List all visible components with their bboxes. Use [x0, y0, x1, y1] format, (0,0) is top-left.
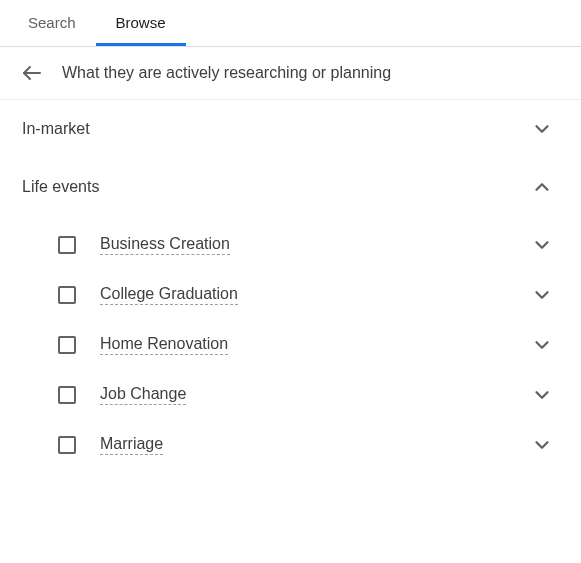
category-life-events[interactable]: Life events [0, 158, 581, 216]
list-item: Marriage [0, 420, 581, 470]
item-label[interactable]: Business Creation [100, 235, 230, 255]
header-row: What they are actively researching or pl… [0, 47, 581, 100]
item-label[interactable]: College Graduation [100, 285, 238, 305]
checkbox[interactable] [58, 386, 76, 404]
tab-bar: Search Browse [0, 0, 581, 47]
list-item: College Graduation [0, 270, 581, 320]
chevron-down-icon[interactable] [531, 434, 553, 456]
checkbox[interactable] [58, 336, 76, 354]
list-item: Business Creation [0, 220, 581, 270]
checkbox[interactable] [58, 286, 76, 304]
item-label[interactable]: Job Change [100, 385, 186, 405]
tab-browse[interactable]: Browse [96, 0, 186, 46]
chevron-down-icon[interactable] [531, 284, 553, 306]
list-item: Job Change [0, 370, 581, 420]
page-title: What they are actively researching or pl… [62, 64, 391, 82]
back-arrow-icon[interactable] [20, 61, 44, 85]
checkbox[interactable] [58, 436, 76, 454]
tab-search[interactable]: Search [8, 0, 96, 46]
life-events-items: Business Creation College Graduation Hom… [0, 216, 581, 474]
item-label[interactable]: Home Renovation [100, 335, 228, 355]
category-in-market[interactable]: In-market [0, 100, 581, 158]
item-label[interactable]: Marriage [100, 435, 163, 455]
checkbox[interactable] [58, 236, 76, 254]
chevron-down-icon[interactable] [531, 334, 553, 356]
chevron-down-icon[interactable] [531, 234, 553, 256]
list-item: Home Renovation [0, 320, 581, 370]
chevron-down-icon [531, 118, 553, 140]
category-label-in-market: In-market [22, 120, 90, 138]
chevron-down-icon[interactable] [531, 384, 553, 406]
chevron-up-icon [531, 176, 553, 198]
category-label-life-events: Life events [22, 178, 99, 196]
